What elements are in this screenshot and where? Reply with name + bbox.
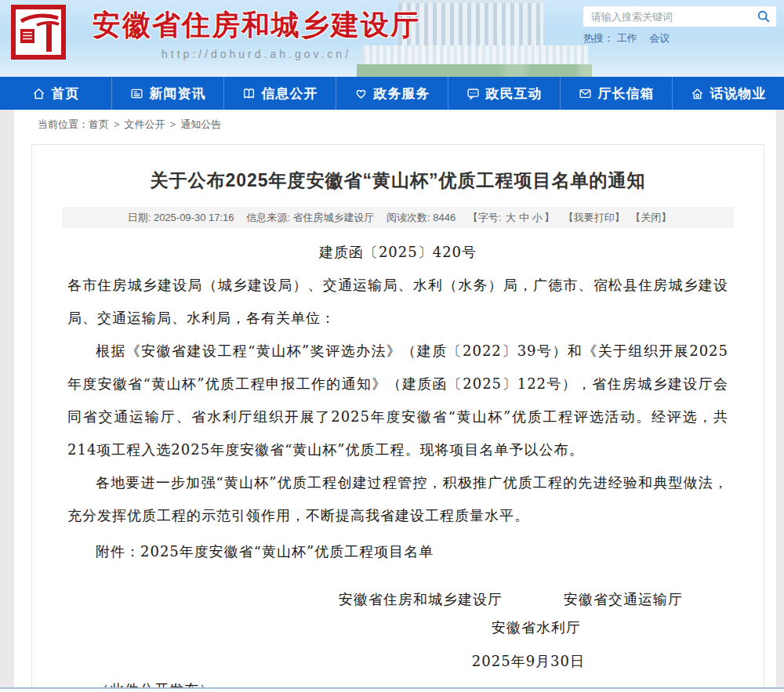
home-icon (32, 87, 45, 100)
signature-row-1: 安徽省住房和城乡建设厅 安徽省交通运输厅 (67, 585, 728, 614)
meta-date: 日期: 2025-09-30 17:16 (128, 212, 234, 223)
site-header: 安徽省住房和城乡建设厅 http://dohurd.ah.gov.cn/ 热搜：… (0, 0, 784, 77)
font-size-large-button[interactable]: 大 (506, 212, 516, 223)
nav-item-label: 新闻资讯 (150, 85, 206, 103)
main-nav: 首页 新闻资讯 信息公开 政务服务 (0, 77, 784, 110)
site-title: 安徽省住房和城乡建设厅 (72, 6, 441, 45)
breadcrumb-label: 当前位置： (38, 118, 89, 130)
print-button[interactable]: 【我要打印】 (564, 212, 625, 223)
meta-source: 信息来源: 省住房城乡建设厅 (246, 212, 374, 223)
nav-item-mailbox[interactable]: 厅长信箱 (561, 77, 673, 110)
nav-item-label: 政务服务 (374, 85, 430, 103)
salutation-paragraph: 各市住房城乡建设局（城乡建设局）、交通运输局、水利（水务）局，广德市、宿松县住房… (67, 269, 728, 335)
nav-item-label: 政民互动 (486, 85, 543, 103)
service-heart-icon (354, 87, 368, 100)
site-identity: 安徽省住房和城乡建设厅 http://dohurd.ah.gov.cn/ (72, 6, 441, 60)
breadcrumb-separator: > (170, 118, 176, 130)
nav-item-label: 信息公开 (262, 85, 318, 103)
font-size-control: 【字号: 大中小】 (468, 212, 554, 223)
header-trees-image (357, 64, 592, 77)
nav-item-label: 话说物业 (710, 85, 767, 103)
search-icon[interactable] (756, 9, 771, 24)
font-size-medium-button[interactable]: 中 (519, 212, 529, 223)
nav-item-info[interactable]: 信息公开 (224, 77, 336, 110)
attachment-link[interactable]: 附件：2025年度安徽省“黄山杯”优质工程项目名单 (67, 535, 728, 568)
breadcrumb-separator: > (114, 118, 120, 130)
breadcrumb-home[interactable]: 首页 (89, 118, 109, 130)
signature-date: 2025年9月30日 (67, 645, 728, 678)
hot-search-link-work[interactable]: 工作 (617, 32, 637, 44)
bottom-padding (0, 689, 784, 692)
site-url: http://dohurd.ah.gov.cn/ (72, 48, 441, 60)
mail-icon (579, 87, 592, 100)
signature-row-2: 安徽省水利厅 (67, 614, 728, 642)
font-size-small-button[interactable]: 小 (532, 212, 543, 223)
hot-search-link-meeting[interactable]: 会议 (649, 32, 670, 44)
article-panel: 关于公布2025年度安徽省“黄山杯”优质工程项目名单的通知 日期: 2025-0… (31, 144, 764, 692)
signature-org-housing: 安徽省住房和城乡建设厅 (339, 585, 503, 614)
article-meta-bar: 日期: 2025-09-30 17:16 信息来源: 省住房城乡建设厅 阅读次数… (62, 207, 734, 228)
nav-item-interaction[interactable]: 政民互动 (448, 77, 561, 110)
article-title: 关于公布2025年度安徽省“黄山杯”优质工程项目名单的通知 (64, 168, 732, 193)
nav-item-label: 厅长信箱 (598, 85, 655, 103)
document-body: 建质函〔2025〕420号 各市住房城乡建设局（城乡建设局）、交通运输局、水利（… (67, 236, 728, 692)
body-paragraph-2: 各地要进一步加强“黄山杯”优质工程创建过程管控，积极推广优质工程的先进经验和典型… (67, 466, 728, 532)
hot-search-row: 热搜： 工作 会议 (583, 31, 679, 45)
document-number: 建质函〔2025〕420号 (67, 236, 728, 269)
body-paragraph-1: 根据《安徽省建设工程“黄山杯”奖评选办法》（建质〔2022〕39号）和《关于组织… (67, 335, 728, 466)
nav-item-property[interactable]: 话说物业 (673, 77, 784, 110)
signature-org-transport: 安徽省交通运输厅 (564, 585, 683, 614)
font-size-prefix: 【字号: (468, 212, 502, 223)
chat-bubble-icon (466, 87, 480, 100)
gate-seal-icon (11, 5, 66, 60)
search-input[interactable] (591, 11, 756, 23)
nav-item-label: 首页 (52, 85, 80, 103)
content-area: 当前位置：首页>文件公开>通知公告 关于公布2025年度安徽省“黄山杯”优质工程… (0, 110, 784, 692)
font-size-suffix: 】 (544, 212, 554, 223)
page-panel: 当前位置：首页>文件公开>通知公告 关于公布2025年度安徽省“黄山杯”优质工程… (14, 110, 776, 692)
nav-item-home[interactable]: 首页 (0, 77, 112, 110)
close-button[interactable]: 【关闭】 (630, 212, 671, 223)
breadcrumb-notices[interactable]: 通知公告 (180, 118, 221, 130)
nav-item-news[interactable]: 新闻资讯 (112, 77, 224, 110)
site-logo[interactable] (11, 5, 66, 60)
hot-search-label: 热搜： (583, 32, 614, 44)
breadcrumb: 当前位置：首页>文件公开>通知公告 (38, 117, 776, 132)
browser-page: 安徽省住房和城乡建设厅 http://dohurd.ah.gov.cn/ 热搜：… (0, 0, 784, 692)
search-box (583, 6, 776, 27)
signature-org-water: 安徽省水利厅 (492, 619, 581, 636)
nav-item-services[interactable]: 政务服务 (336, 77, 448, 110)
property-house-icon (691, 87, 704, 100)
meta-views: 阅读次数: 8446 (387, 212, 456, 223)
open-book-icon (242, 87, 256, 100)
breadcrumb-file-disclosure[interactable]: 文件公开 (125, 118, 165, 130)
news-icon (130, 87, 143, 100)
